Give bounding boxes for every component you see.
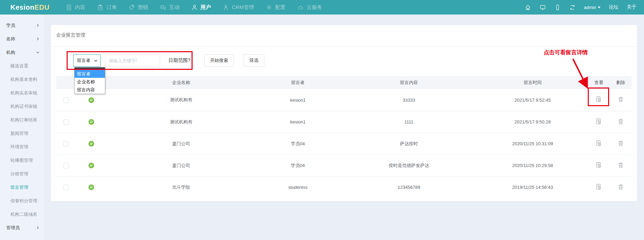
sidebar-item-admins[interactable]: 管理员 (0, 221, 45, 234)
top-bar: KesionEDU 内容 订单 营销 互动 用户 (0, 0, 644, 15)
forum-link[interactable]: 论坛 (609, 4, 618, 10)
trash-icon (617, 161, 624, 169)
brand-part2: EDU (35, 3, 50, 11)
chevron-right-icon (36, 226, 40, 230)
sidebar-item-news[interactable]: 新闻管理 (0, 127, 45, 140)
cell-sender: 学员04 (255, 133, 341, 155)
header-select (56, 76, 76, 89)
home-icon[interactable] (525, 4, 531, 11)
view-button[interactable] (595, 183, 602, 191)
nav-item-interaction[interactable]: 互动 (160, 4, 179, 11)
content-card: 企业留言管理 留言者 日期范围? 开始搜索 筛选 留言者 企业名称 留言内容 (51, 25, 637, 201)
nav-item-content[interactable]: 内容 (66, 4, 85, 11)
delete-button[interactable] (617, 118, 624, 125)
sidebar-item-branch[interactable]: 分校管理 (0, 167, 45, 181)
search-toolbar: 留言者 日期范围? 开始搜索 筛选 (73, 54, 264, 67)
cell-company: 厦门公司 (107, 155, 255, 176)
view-icon (595, 183, 602, 191)
view-button[interactable] (595, 161, 602, 169)
brand-logo: KesionEDU (0, 3, 66, 11)
table-row: 测试机构有 kesion1 33333 2021/5/17 9:52:45 (56, 89, 632, 111)
trash-icon (617, 183, 624, 191)
table-row: 厦门公司 学员04 按时是范德萨发萨达 2020/11/25 10:29:58 (56, 155, 632, 176)
nav-item-marketing[interactable]: 营销 (128, 4, 148, 11)
sidebar-item-label: 机构实名审核 (10, 90, 40, 96)
about-link[interactable]: 关于 (627, 4, 636, 10)
keyword-input[interactable] (105, 54, 160, 67)
sidebar-item-subdomain[interactable]: 机构二级域名 (0, 207, 45, 221)
sidebar-item-label: 信誉积分管理 (10, 198, 40, 204)
view-button[interactable] (595, 96, 602, 103)
date-range-label[interactable]: 日期范围? (168, 57, 191, 64)
sidebar-item-channel-settings[interactable]: 频道设置 (0, 59, 45, 73)
delete-button[interactable] (617, 161, 624, 169)
table-row: 测试机构有 kesion1 1111 2021/5/17 9:50:28 (56, 111, 632, 133)
cell-sender: 学员04 (255, 155, 341, 176)
dropdown-option-sender[interactable]: 留言者 (75, 70, 105, 78)
delete-button[interactable] (617, 183, 624, 191)
nav-item-config[interactable]: 配置 (266, 4, 285, 11)
sidebar-item-order-settlement[interactable]: 机构订单结算 (0, 113, 45, 127)
sidebar-item-label: 机构 (6, 49, 36, 56)
cell-time: 2020/11/25 10:31:09 (477, 133, 588, 155)
sidebar-item-institutions[interactable]: 机构 (0, 46, 45, 59)
row-checkbox[interactable] (63, 119, 69, 125)
row-checkbox[interactable] (63, 141, 69, 147)
nav-label: 互动 (169, 4, 179, 11)
filter-button[interactable]: 筛选 (244, 54, 264, 67)
nav-item-users[interactable]: 用户 (191, 4, 211, 11)
row-checkbox[interactable] (63, 163, 69, 168)
nav-item-orders[interactable]: 订单 (97, 4, 117, 11)
cell-sender: kesion1 (255, 111, 341, 133)
sidebar-item-certificate-audit[interactable]: 机构证书审核 (0, 100, 45, 113)
view-icon (595, 118, 602, 125)
status-approved-icon (88, 119, 94, 125)
delete-button[interactable] (617, 140, 624, 147)
sidebar-item-credit-points[interactable]: 信誉积分管理 (0, 194, 45, 207)
monitor-icon[interactable] (539, 4, 546, 11)
table-header-row: 状态 企业名称 留言者 留言内容 留言时间 查看 删除 (56, 76, 632, 89)
sidebar-item-environment[interactable]: 环境管理 (0, 140, 45, 154)
cell-company: 北斗学院 (107, 176, 255, 198)
view-button[interactable] (595, 140, 602, 147)
refresh-icon[interactable] (569, 4, 576, 11)
dropdown-option-content[interactable]: 留言内容 (75, 86, 105, 94)
document-icon (66, 4, 72, 11)
sidebar-item-label: 新闻管理 (10, 130, 40, 137)
admin-menu[interactable]: admin (584, 5, 601, 10)
search-field-select[interactable]: 留言者 (73, 54, 101, 67)
cell-time: 2019/11/25 14:56:43 (477, 176, 588, 198)
cell-content: 萨达按时 (340, 133, 477, 155)
person-outline-icon (223, 4, 229, 11)
nav-item-crm[interactable]: CRM管理 (223, 4, 254, 11)
view-icon (595, 161, 602, 169)
main-area: 企业留言管理 留言者 日期范围? 开始搜索 筛选 留言者 企业名称 留言内容 (45, 15, 644, 240)
dropdown-option-company[interactable]: 企业名称 (75, 78, 105, 86)
view-button[interactable] (595, 118, 602, 125)
header-company: 企业名称 (107, 76, 255, 89)
sidebar-item-messages[interactable]: 留言管理 (0, 181, 45, 194)
sidebar-item-label: 环境管理 (10, 144, 40, 150)
row-checkbox[interactable] (63, 185, 69, 190)
sidebar-item-realname-audit[interactable]: 机构实名审核 (0, 86, 45, 100)
chevron-down-icon (94, 59, 98, 63)
search-button[interactable]: 开始搜索 (204, 54, 234, 67)
nav-item-cloud[interactable]: 云服务 (297, 4, 322, 11)
brand-part1: Kesion (10, 3, 35, 11)
admin-label: admin (584, 5, 596, 10)
row-checkbox[interactable] (63, 98, 69, 103)
sidebar-item-teachers[interactable]: 名师 (0, 32, 45, 46)
delete-button[interactable] (617, 96, 624, 103)
cell-company: 厦门公司 (107, 133, 255, 155)
chevron-down-icon (36, 50, 40, 54)
cell-time: 2020/11/25 10:29:58 (477, 155, 588, 176)
sidebar-item-label: 机构订单结算 (10, 117, 40, 123)
mobile-icon[interactable] (554, 4, 561, 11)
sidebar-item-label: 学员 (6, 22, 36, 29)
sidebar-item-students[interactable]: 学员 (0, 19, 45, 32)
annotation-text: 点击可看留言详情 (544, 49, 588, 56)
view-icon (595, 96, 602, 103)
caret-down-icon (598, 7, 601, 8)
sidebar-item-carousel[interactable]: 轮播图管理 (0, 154, 45, 167)
sidebar-item-basic-info[interactable]: 机构基本资料 (0, 73, 45, 86)
